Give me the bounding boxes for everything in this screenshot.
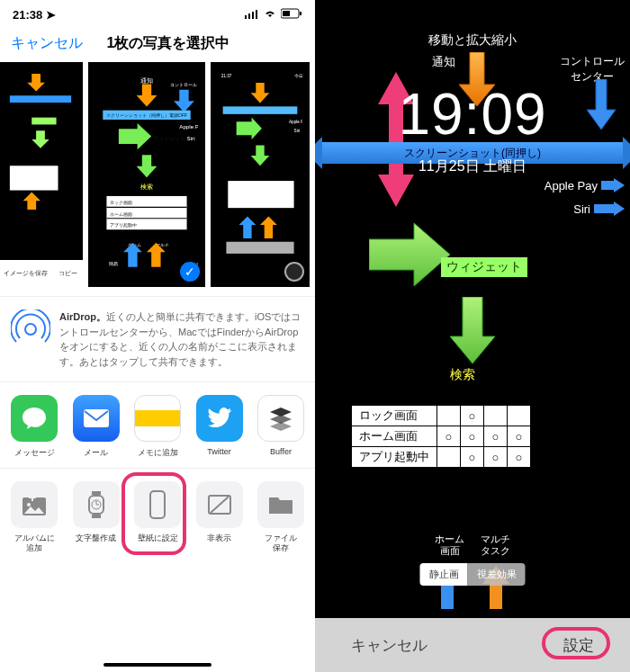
svg-rect-43 [223,106,298,113]
svg-rect-62 [92,491,101,495]
buffer-app[interactable]: Buffer [252,395,310,459]
page-title: 1枚の写真を選択中 [83,34,254,53]
hide-icon [196,481,243,528]
siri-label: Siri [573,202,625,216]
app-label: メモに追加 [129,447,186,459]
svg-rect-3 [256,10,257,19]
svg-rect-0 [245,15,247,19]
svg-rect-12 [10,166,58,190]
location-icon: ➤ [46,8,56,22]
svg-rect-10 [32,118,56,125]
svg-marker-76 [450,297,495,363]
thumbnail-0[interactable]: イメージを保存 コピー [0,62,83,287]
twitter-icon [196,395,243,442]
action-label: ファイル 保存 [252,533,310,553]
action-label: 文字盤作成 [68,533,125,543]
home-indicator[interactable] [104,663,212,667]
green-right-arrow-icon [369,223,450,286]
hide-button[interactable]: 非表示 [191,481,248,553]
wallpaper-preview-panel: 移動と拡大縮小 通知 コントロール センター 19:09 スクリーンショット(同… [315,0,630,672]
svg-rect-2 [252,12,254,19]
mail-app[interactable]: メール [68,395,125,459]
cancel-button[interactable]: キャンセル [11,34,83,53]
notify-label: 通知 [432,54,455,70]
twitter-app[interactable]: Twitter [191,395,248,459]
svg-text:ホーム画面: ホーム画面 [110,211,132,217]
svg-rect-53 [84,409,109,427]
create-watchface[interactable]: 文字盤作成 [68,481,125,553]
highlight-set [542,627,610,659]
svg-rect-9 [10,95,71,103]
svg-text:アプリ起動中: アプリ起動中 [110,222,137,228]
svg-rect-6 [300,12,302,15]
unselected-check-icon[interactable] [284,262,304,282]
thumbnail-1[interactable]: 通知 コントロール スクリーンショット（同押し）電源OFF Apple Pay … [88,62,205,287]
perspective-toggle[interactable]: 静止画 視差効果 [420,563,526,586]
buffer-icon [257,395,304,442]
notes-icon [134,395,181,442]
airdrop-section[interactable]: AirDrop。近くの人と簡単に共有できます。iOSではコントロールセンターから… [0,296,315,382]
battery-icon [281,8,302,22]
applepay-label: Apple Pay [544,178,625,193]
svg-text:Siri: Siri [294,129,301,133]
table-row: ロック画面○ [352,406,531,426]
home-label: ホーム 画面 [435,533,464,557]
svg-text:Siri: Siri [187,135,195,141]
svg-rect-1 [248,13,250,19]
thumbnail-2[interactable]: 21:37 今日 Apple Pay Siri [211,62,310,287]
cancel-button[interactable]: キャンセル [351,635,428,656]
highlight-wallpaper [122,472,186,555]
move-scale-caption: 移動と拡大縮小 [315,32,630,49]
still-pill[interactable]: 静止画 [420,563,468,586]
action-label: 非表示 [191,533,248,543]
lock-time: 19:09 [315,81,630,148]
svg-text:21:37: 21:37 [221,74,232,78]
action-row: アルバムに 追加 文字盤作成 壁紙に設定 非表示 ファイル 保存 [0,469,315,562]
svg-rect-48 [228,181,293,208]
widget-label: ウィジェット [441,257,527,277]
svg-point-60 [27,503,31,506]
album-icon [11,481,58,528]
svg-marker-73 [601,178,625,193]
perspective-pill[interactable]: 視差効果 [468,563,526,586]
app-label: メッセージ [5,447,63,459]
notes-app[interactable]: メモに追加 [129,395,186,459]
svg-text:今日: 今日 [294,73,302,78]
share-header: キャンセル 1枚の写真を選択中 [0,29,315,60]
svg-marker-74 [594,202,625,216]
svg-text:簡易: 簡易 [109,261,118,266]
table-row: アプリ起動中○○○ [352,447,531,468]
svg-rect-51 [226,242,293,254]
table-row: ホーム画面○○○○ [352,426,531,447]
message-app[interactable]: メッセージ [5,395,63,459]
svg-rect-63 [92,515,101,518]
status-bar: 21:38 ➤ [0,0,315,29]
svg-line-69 [211,497,229,513]
svg-text:スクリーンショット（同押し）電源OFF: スクリーンショット（同押し）電源OFF [106,112,187,118]
svg-text:ロック画面: ロック画面 [110,200,132,205]
svg-text:ウィジェット: ウィジェット [153,135,185,141]
thumbnail-row[interactable]: イメージを保存 コピー 通知 コントロール スクリーンショット（同押し）電源OF… [0,60,315,291]
airdrop-icon [11,309,50,349]
folder-icon [257,481,304,528]
multi-label: マルチ タスク [481,533,510,557]
status-icons [245,8,302,22]
svg-marker-75 [369,223,450,286]
save-image-label[interactable]: イメージを保存 [4,269,48,278]
save-file-button[interactable]: ファイル 保存 [252,481,310,553]
mail-icon [73,395,120,442]
svg-text:検索: 検索 [140,183,153,191]
svg-point-52 [25,324,36,335]
svg-text:通知: 通知 [140,76,153,85]
svg-rect-59 [29,497,36,498]
feature-table: ロック画面○ ホーム画面○○○○ アプリ起動中○○○ [351,405,531,468]
add-to-album[interactable]: アルバムに 追加 [5,481,63,553]
copy-label[interactable]: コピー [58,269,77,278]
svg-marker-56 [270,422,292,431]
selected-check-icon[interactable]: ✓ [180,262,200,282]
app-label: メール [68,447,125,459]
blue-right-arrow-icon [601,178,625,193]
search-label: 検索 [450,367,475,383]
status-time: 21:38 ➤ [13,8,56,22]
signal-icon [245,8,259,22]
